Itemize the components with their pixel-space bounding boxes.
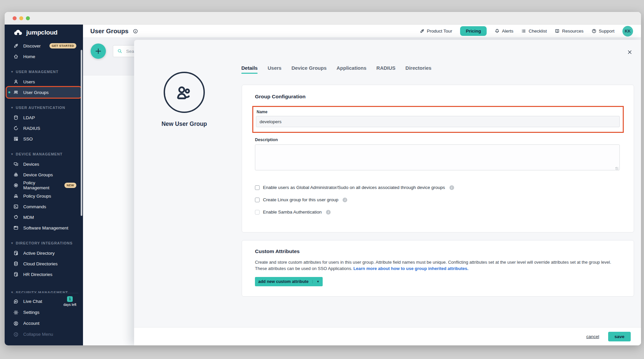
chevron-down-icon: ▾ xyxy=(11,70,13,73)
sidebar-section-user-authentication[interactable]: ▾USER AUTHENTICATION xyxy=(5,103,83,112)
topbar-item-resources[interactable]: Resources xyxy=(555,29,584,34)
tab-directories[interactable]: Directories xyxy=(405,65,431,74)
topbar-item-label: Alerts xyxy=(502,29,514,34)
sidebar-section-security-management[interactable]: ▾SECURITY MANAGEMENT xyxy=(5,291,83,293)
checkbox[interactable] xyxy=(255,198,260,202)
days-left-text: days left xyxy=(63,303,76,307)
user-group-icon xyxy=(13,90,19,95)
sidebar-section-device-management[interactable]: ▾DEVICE MANAGEMENT xyxy=(5,149,83,159)
sidebar-item-users[interactable]: Users xyxy=(7,76,81,87)
top-bar: User Groups Product TourPricingAlertsChe… xyxy=(83,25,641,38)
avatar[interactable]: KK xyxy=(622,26,633,37)
zoom-window-button[interactable] xyxy=(26,16,30,20)
sidebar-item-mdm[interactable]: MDM xyxy=(7,212,81,223)
sidebar-item-live-chat[interactable]: Live Chat1days left xyxy=(7,296,81,307)
learn-more-link[interactable]: Learn more about how to use group inheri… xyxy=(353,266,468,271)
sidebar-section-label: USER MANAGEMENT xyxy=(16,70,59,74)
user-group-avatar xyxy=(164,72,205,113)
sidebar-item-devices[interactable]: Devices xyxy=(7,159,81,169)
days-left-badge: 1 xyxy=(67,296,72,302)
close-window-button[interactable] xyxy=(13,16,17,20)
custom-attributes-heading: Custom Attributes xyxy=(255,248,623,254)
add-user-group-button[interactable] xyxy=(91,44,106,59)
info-icon[interactable]: i xyxy=(449,185,454,190)
info-icon[interactable]: i xyxy=(343,198,347,202)
mdm-icon xyxy=(13,215,19,220)
sidebar-item-sso[interactable]: SSO xyxy=(7,134,81,144)
sidebar-item-label: Devices xyxy=(23,162,39,167)
close-icon[interactable] xyxy=(625,47,634,57)
software-icon xyxy=(13,225,19,230)
save-button[interactable]: save xyxy=(608,332,631,341)
topbar-item-support[interactable]: Support xyxy=(592,29,614,34)
jumpcloud-logo: jumpcloud xyxy=(5,25,83,41)
pricing-button[interactable]: Pricing xyxy=(460,26,487,36)
plus-icon xyxy=(95,47,102,55)
tab-applications[interactable]: Applications xyxy=(337,65,366,74)
minimize-window-button[interactable] xyxy=(19,16,23,20)
checkbox-label: Enable users as Global Administrator/Sud… xyxy=(263,185,445,190)
sidebar-item-user-groups[interactable]: User Groups xyxy=(7,87,81,98)
tab-device-groups[interactable]: Device Groups xyxy=(291,65,327,74)
cloud-directories-icon xyxy=(13,261,19,266)
info-icon[interactable] xyxy=(133,29,138,34)
sidebar-item-home[interactable]: Home xyxy=(7,51,81,62)
sidebar-item-device-groups[interactable]: Device Groups xyxy=(7,169,81,180)
sidebar-item-policy-management[interactable]: Policy ManagementNEW xyxy=(7,180,81,191)
custom-attributes-card: Custom Attributes Create and store custo… xyxy=(242,240,634,297)
sidebar-item-policy-groups[interactable]: Policy Groups xyxy=(7,191,81,201)
book-icon xyxy=(555,29,560,34)
sidebar-section-user-management[interactable]: ▾USER MANAGEMENT xyxy=(5,67,83,76)
panel-footer: cancel save xyxy=(134,327,641,345)
logo-text: jumpcloud xyxy=(26,29,57,36)
sidebar-section-label: DIRECTORY INTEGRATIONS xyxy=(16,241,73,245)
tab-users[interactable]: Users xyxy=(268,65,282,74)
group-configuration-card: Group Configuration Name Description Ena… xyxy=(242,85,634,232)
add-custom-attribute-button[interactable]: add new custom attribute ▼ xyxy=(255,277,323,286)
description-label: Description xyxy=(255,137,623,142)
checkbox[interactable] xyxy=(255,185,260,190)
active-directory-icon xyxy=(13,250,19,256)
sidebar-item-discover[interactable]: DiscoverGET STARTED xyxy=(7,41,81,51)
group-name-input[interactable] xyxy=(256,116,620,127)
sidebar-item-settings[interactable]: Settings xyxy=(7,307,81,318)
sidebar-item-label: Live Chat xyxy=(23,299,42,304)
sidebar-section-label: SECURITY MANAGEMENT xyxy=(16,291,68,293)
rocket-icon xyxy=(420,29,425,34)
topbar-item-product-tour[interactable]: Product Tour xyxy=(420,29,452,34)
info-icon[interactable]: i xyxy=(326,210,331,215)
new-user-group-title: New User Group xyxy=(134,121,234,128)
page-title: User Groups xyxy=(90,28,128,35)
chevron-down-icon: ▼ xyxy=(312,280,319,283)
sso-icon xyxy=(13,136,19,141)
sidebar-item-label: Policy Groups xyxy=(23,194,51,199)
sidebar-item-software-management[interactable]: Software Management xyxy=(7,223,81,233)
checkbox-label: Create Linux group for this user group xyxy=(263,197,338,202)
sidebar-item-ldap[interactable]: LDAP xyxy=(7,112,81,123)
cancel-button[interactable]: cancel xyxy=(586,334,599,339)
sidebar-item-radius[interactable]: RADIUS xyxy=(7,123,81,134)
sidebar-section-directory-integrations[interactable]: ▾DIRECTORY INTEGRATIONS xyxy=(5,238,83,248)
collapse-icon xyxy=(13,332,19,337)
sidebar-item-hr-directories[interactable]: HR Directories xyxy=(7,269,81,280)
sidebar-item-collapse-menu[interactable]: Collapse Menu xyxy=(7,329,81,340)
sidebar-scrollbar[interactable] xyxy=(81,50,82,216)
devices-icon xyxy=(13,161,19,167)
add-custom-attribute-label: add new custom attribute xyxy=(258,279,308,284)
hr-directories-icon xyxy=(13,272,19,277)
topbar-item-label: Support xyxy=(599,29,614,34)
sidebar-item-account[interactable]: Account xyxy=(7,318,81,329)
topbar-item-checklist[interactable]: Checklist xyxy=(521,29,547,34)
sidebar-item-commands[interactable]: Commands xyxy=(7,201,81,212)
badge-new: NEW xyxy=(64,183,76,188)
sidebar-item-active-directory[interactable]: Active Directory xyxy=(7,248,81,258)
sidebar-item-label: Collapse Menu xyxy=(23,332,53,337)
chevron-down-icon: ▾ xyxy=(11,106,13,109)
device-groups-icon xyxy=(13,172,19,177)
topbar-item-alerts[interactable]: Alerts xyxy=(495,29,514,34)
tab-details[interactable]: Details xyxy=(241,65,258,74)
sidebar-item-cloud-directories[interactable]: Cloud Directories xyxy=(7,258,81,269)
tab-radius[interactable]: RADIUS xyxy=(376,65,396,74)
description-textarea[interactable] xyxy=(255,144,620,170)
active-dot xyxy=(8,91,10,93)
